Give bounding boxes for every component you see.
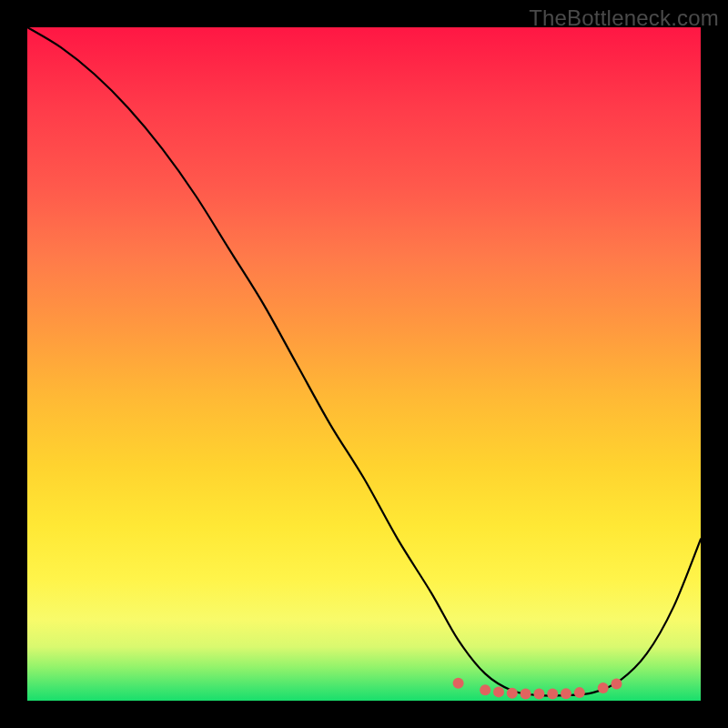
curve-path bbox=[27, 27, 701, 696]
chart-frame: TheBottleneck.com bbox=[0, 0, 728, 728]
highlight-dot bbox=[493, 686, 504, 697]
highlight-dot bbox=[533, 689, 544, 700]
highlight-dot bbox=[507, 688, 518, 699]
highlight-dot bbox=[612, 679, 622, 690]
highlight-dot bbox=[453, 678, 464, 689]
highlight-dot bbox=[561, 688, 571, 699]
highlight-dots-group bbox=[453, 678, 622, 700]
highlight-dot bbox=[598, 682, 609, 693]
chart-svg bbox=[27, 27, 701, 701]
highlight-dot bbox=[574, 687, 585, 698]
highlight-dot bbox=[480, 684, 490, 695]
highlight-dot bbox=[547, 689, 558, 700]
highlight-dot bbox=[521, 689, 531, 700]
plot-area bbox=[27, 27, 701, 701]
